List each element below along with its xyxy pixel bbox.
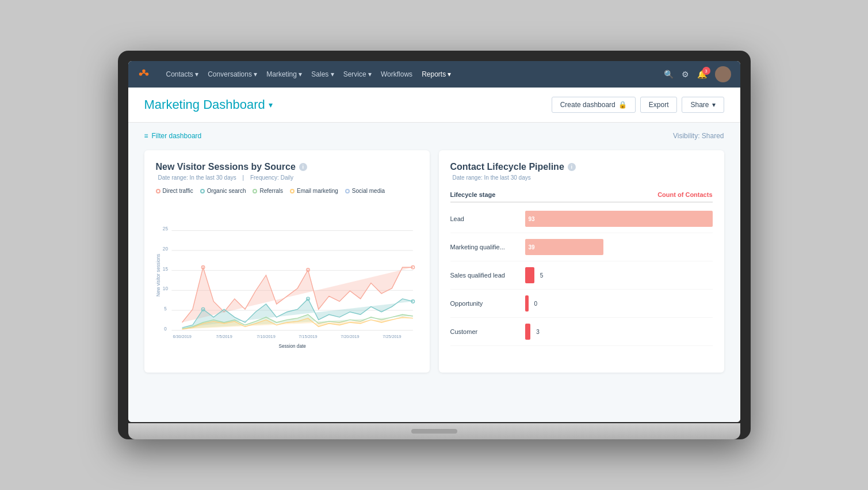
notifications-icon[interactable]: 🔔 3: [697, 69, 707, 79]
lifecycle-chart-title: Contact Lifecycle Pipeline i: [450, 162, 713, 172]
laptop-notch: [411, 429, 457, 434]
svg-text:7/5/2019: 7/5/2019: [216, 334, 232, 339]
sessions-chart-title: New Visitor Sessions by Source i: [156, 162, 418, 172]
laptop-screen: Contacts ▾ Conversations ▾ Marketing ▾ S…: [128, 61, 740, 422]
bar-wrapper-opp: 0: [525, 295, 713, 312]
legend-dot-organic: [200, 189, 205, 193]
sessions-chart-card: New Visitor Sessions by Source i Date ra…: [144, 150, 430, 373]
create-dashboard-button[interactable]: Create dashboard 🔒: [552, 97, 636, 113]
nav-right: 🔍 ⚙ 🔔 3: [664, 66, 731, 82]
legend-dot-email: [290, 189, 295, 193]
title-dropdown-icon[interactable]: ▾: [269, 100, 273, 109]
lifecycle-chart-card: Contact Lifecycle Pipeline i Date range:…: [439, 150, 724, 373]
nav-conversations[interactable]: Conversations ▾: [208, 70, 257, 78]
nav-workflows[interactable]: Workflows: [381, 70, 412, 78]
nav-service[interactable]: Service ▾: [343, 70, 372, 78]
nav-marketing[interactable]: Marketing ▾: [266, 70, 302, 78]
sessions-date-range: Date range: In the last 30 days: [158, 174, 236, 181]
legend-label-referrals: Referrals: [259, 188, 283, 194]
bar-value-customer: 3: [536, 329, 540, 335]
svg-text:6/30/2019: 6/30/2019: [173, 334, 191, 339]
svg-text:0: 0: [164, 326, 167, 332]
user-avatar[interactable]: [715, 66, 731, 82]
share-dropdown-icon: ▾: [712, 101, 716, 109]
page-header: Marketing Dashboard ▾ Create dashboard 🔒…: [128, 88, 740, 123]
lifecycle-date-range: Date range: In the last 30 days: [453, 174, 531, 181]
share-label: Share: [690, 101, 709, 109]
sessions-frequency: Frequency: Daily: [250, 174, 293, 181]
content-area: ≡ Filter dashboard Visibility: Shared Ne…: [128, 123, 740, 422]
lock-icon: 🔒: [618, 101, 627, 109]
bar-opp: [525, 295, 529, 312]
svg-text:20: 20: [162, 246, 168, 252]
svg-text:Session date: Session date: [278, 344, 306, 349]
lifecycle-label-mqm: Marketing qualifie...: [450, 244, 519, 250]
nav-items: Contacts ▾ Conversations ▾ Marketing ▾ S…: [166, 70, 652, 78]
lifecycle-table-header: Lifecycle stage Count of Contacts: [450, 188, 713, 203]
svg-text:10: 10: [162, 286, 168, 291]
bar-sql: [525, 267, 534, 283]
bar-lead: 93: [525, 211, 713, 227]
bar-value-mqm: 39: [529, 244, 535, 250]
lifecycle-info-icon[interactable]: i: [568, 163, 576, 171]
lifecycle-header-stage: Lifecycle stage: [450, 191, 496, 198]
share-button[interactable]: Share ▾: [682, 97, 724, 113]
lifecycle-subtitle: Date range: In the last 30 days: [450, 174, 713, 181]
legend-label-email: Email marketing: [297, 188, 338, 194]
notification-badge: 3: [702, 67, 710, 75]
svg-text:15: 15: [162, 267, 168, 272]
settings-icon[interactable]: ⚙: [682, 70, 689, 79]
bar-value-sql: 5: [540, 272, 544, 279]
laptop-frame: Contacts ▾ Conversations ▾ Marketing ▾ S…: [118, 51, 751, 439]
cards-row: New Visitor Sessions by Source i Date ra…: [144, 150, 724, 373]
filter-label: Filter dashboard: [152, 132, 202, 140]
page-title: Marketing Dashboard ▾: [144, 97, 273, 112]
lifecycle-row-customer: Customer 3: [450, 318, 713, 346]
bar-value-opp: 0: [534, 301, 538, 307]
nav-reports[interactable]: Reports ▾: [422, 70, 451, 78]
create-dashboard-label: Create dashboard: [560, 101, 615, 109]
lifecycle-header-count: Count of Contacts: [657, 191, 712, 198]
legend-label-organic: Organic search: [207, 188, 246, 194]
lifecycle-label-customer: Customer: [450, 328, 519, 335]
nav-sales[interactable]: Sales ▾: [311, 70, 334, 78]
lifecycle-row-opp: Opportunity 0: [450, 290, 713, 318]
legend-referrals: Referrals: [253, 188, 283, 194]
sessions-title-text: New Visitor Sessions by Source: [156, 162, 296, 172]
sessions-legend: Direct traffic Organic search Referrals: [156, 188, 418, 194]
bar-customer: [525, 324, 531, 340]
search-icon[interactable]: 🔍: [664, 70, 674, 79]
header-actions: Create dashboard 🔒 Export Share ▾: [552, 97, 724, 113]
legend-label-direct: Direct traffic: [163, 188, 193, 194]
page-title-text: Marketing Dashboard: [144, 97, 265, 112]
legend-email: Email marketing: [290, 188, 338, 194]
filter-icon: ≡: [144, 132, 148, 140]
filter-dashboard-link[interactable]: ≡ Filter dashboard: [144, 132, 202, 140]
bar-wrapper-sql: 5: [525, 267, 713, 283]
sessions-chart-area: 0 5 10 15 20 25 New visitor sessions: [156, 200, 418, 361]
bar-wrapper-mqm: 39: [525, 239, 713, 255]
legend-direct: Direct traffic: [156, 188, 193, 194]
sessions-svg: 0 5 10 15 20 25 New visitor sessions: [156, 200, 418, 361]
sessions-info-icon[interactable]: i: [299, 163, 307, 171]
legend-organic: Organic search: [200, 188, 246, 194]
legend-dot-direct: [156, 189, 160, 193]
bar-value-lead: 93: [529, 216, 535, 222]
lifecycle-table: Lifecycle stage Count of Contacts Lead 9…: [450, 188, 713, 346]
lifecycle-row-sql: Sales qualified lead 5: [450, 261, 713, 290]
hubspot-logo: [137, 67, 150, 82]
svg-text:7/25/2019: 7/25/2019: [383, 334, 401, 339]
export-button[interactable]: Export: [640, 97, 678, 113]
legend-dot-social: [345, 189, 350, 193]
laptop-base: [128, 423, 740, 439]
nav-contacts[interactable]: Contacts ▾: [166, 70, 199, 78]
filter-bar: ≡ Filter dashboard Visibility: Shared: [144, 132, 724, 140]
svg-text:7/10/2019: 7/10/2019: [257, 334, 275, 339]
lifecycle-title-text: Contact Lifecycle Pipeline: [450, 162, 564, 172]
legend-social: Social media: [345, 188, 385, 194]
bar-wrapper-customer: 3: [525, 324, 713, 340]
lifecycle-row-mqm: Marketing qualifie... 39: [450, 233, 713, 261]
svg-text:25: 25: [162, 226, 168, 231]
svg-text:New visitor sessions: New visitor sessions: [156, 254, 161, 297]
subtitle-separator: |: [242, 174, 244, 181]
